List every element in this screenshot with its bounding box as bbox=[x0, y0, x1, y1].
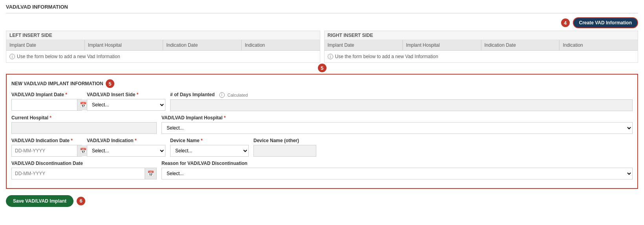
discontinuation-date-cal-icon[interactable]: 📅 bbox=[145, 168, 156, 179]
form-row-3: VAD/LVAD Indication Date * 📅 VAD/LVAD In… bbox=[11, 138, 633, 157]
left-panel-header: LEFT INSERT SIDE bbox=[6, 31, 320, 40]
implant-hospital-group: VAD/LVAD Implant Hospital * Select... bbox=[161, 115, 633, 134]
left-panel-title: LEFT INSERT SIDE bbox=[9, 33, 52, 38]
top-bar: 4 Create VAD Information bbox=[6, 17, 638, 28]
left-col-indication-date: Indication Date bbox=[163, 40, 242, 50]
current-hospital-input: University Health Network - Toronto Gene… bbox=[11, 122, 157, 134]
save-vad-button[interactable]: Save VAD/LVAD Implant bbox=[6, 195, 73, 207]
two-panel: LEFT INSERT SIDE Implant Date Implant Ho… bbox=[6, 31, 638, 63]
right-panel-title: RIGHT INSERT SIDE bbox=[328, 33, 373, 38]
discontinuation-reason-group: Reason for VAD/LVAD Discontinuation Sele… bbox=[161, 161, 633, 179]
left-info-icon: i bbox=[9, 54, 15, 59]
left-col-implant-date: Implant Date bbox=[6, 40, 85, 50]
right-info-row: i Use the form below to add a new Vad In… bbox=[325, 51, 638, 62]
form-badge-5: 5 bbox=[106, 79, 114, 88]
form-section: NEW VAD/LVAD IMPLANT INFORMATION 5 VAD/L… bbox=[6, 74, 638, 189]
indication-date-group: VAD/LVAD Indication Date * 📅 bbox=[11, 138, 82, 157]
implant-date-input[interactable]: 29-01-2022 bbox=[12, 99, 77, 110]
create-btn-area: 4 Create VAD Information bbox=[561, 17, 638, 28]
device-name-label: Device Name * bbox=[170, 138, 249, 143]
discontinuation-date-group: VAD/LVAD Discontinuation Date 📅 bbox=[11, 161, 157, 179]
panels-wrapper: LEFT INSERT SIDE Implant Date Implant Ho… bbox=[6, 31, 638, 72]
insert-side-group: VAD/LVAD Insert Side * Select... Left Ri… bbox=[87, 92, 165, 111]
right-panel: RIGHT INSERT SIDE Implant Date Implant H… bbox=[324, 31, 638, 63]
form-row-1: VAD/LVAD Implant Date * 29-01-2022 📅 VAD… bbox=[11, 92, 633, 111]
right-info-icon: i bbox=[328, 54, 333, 59]
left-info-text: Use the form below to add a new Vad Info… bbox=[17, 54, 120, 59]
discontinuation-date-wrapper[interactable]: 📅 bbox=[11, 168, 157, 179]
right-col-indication: Indication bbox=[560, 40, 638, 50]
page-title: VAD/LVAD INFORMATION bbox=[6, 4, 638, 10]
badge-6: 6 bbox=[77, 197, 85, 205]
implant-date-group: VAD/LVAD Implant Date * 29-01-2022 📅 bbox=[11, 92, 82, 111]
form-row-2: Current Hospital * University Health Net… bbox=[11, 115, 633, 134]
left-col-implant-hospital: Implant Hospital bbox=[85, 40, 163, 50]
badge-3-wrapper: 5 bbox=[6, 64, 638, 72]
days-implanted-label: # of Days Implanted i Calculated bbox=[170, 92, 633, 98]
badge-3: 5 bbox=[318, 64, 327, 72]
form-title: NEW VAD/LVAD IMPLANT INFORMATION 5 bbox=[11, 79, 633, 88]
current-hospital-label: Current Hospital * bbox=[11, 115, 157, 121]
indication-group: VAD/LVAD Indication * Select... bbox=[87, 138, 165, 157]
indication-select[interactable]: Select... bbox=[87, 145, 165, 157]
device-name-other-group: Device Name (other) bbox=[253, 138, 316, 157]
right-col-indication-date: Indication Date bbox=[481, 40, 560, 50]
save-btn-area: Save VAD/LVAD Implant 6 bbox=[6, 193, 638, 209]
page-container: VAD/LVAD INFORMATION 4 Create VAD Inform… bbox=[0, 0, 644, 213]
device-name-other-input[interactable] bbox=[253, 145, 316, 157]
days-implanted-group: # of Days Implanted i Calculated 0 bbox=[170, 92, 633, 111]
right-table-header: Implant Date Implant Hospital Indication… bbox=[325, 40, 638, 51]
days-implanted-input: 0 bbox=[170, 99, 633, 111]
implant-hospital-select[interactable]: Select... bbox=[161, 122, 633, 134]
implant-date-wrapper[interactable]: 29-01-2022 📅 bbox=[11, 99, 82, 111]
title-divider bbox=[6, 13, 638, 13]
discontinuation-date-input[interactable] bbox=[12, 168, 145, 179]
right-info-text: Use the form below to add a new Vad Info… bbox=[335, 54, 439, 59]
left-panel: LEFT INSERT SIDE Implant Date Implant Ho… bbox=[6, 31, 320, 63]
indication-label: VAD/LVAD Indication * bbox=[87, 138, 165, 143]
insert-side-label: VAD/LVAD Insert Side * bbox=[87, 92, 165, 97]
right-col-implant-hospital: Implant Hospital bbox=[403, 40, 481, 50]
insert-side-select[interactable]: Select... Left Right Bilateral bbox=[87, 99, 165, 111]
indication-date-input[interactable] bbox=[12, 145, 77, 156]
device-name-select[interactable]: Select... bbox=[170, 145, 249, 157]
right-panel-header: RIGHT INSERT SIDE bbox=[325, 31, 638, 40]
discontinuation-reason-label: Reason for VAD/LVAD Discontinuation bbox=[161, 161, 633, 166]
left-table-header: Implant Date Implant Hospital Indication… bbox=[6, 40, 320, 51]
indication-date-wrapper[interactable]: 📅 bbox=[11, 145, 82, 157]
discontinuation-date-label: VAD/LVAD Discontinuation Date bbox=[11, 161, 157, 166]
badge-4: 4 bbox=[561, 18, 570, 27]
implant-hospital-label: VAD/LVAD Implant Hospital * bbox=[161, 115, 633, 121]
left-info-row: i Use the form below to add a new Vad In… bbox=[6, 51, 320, 62]
calculated-text: Calculated bbox=[228, 93, 248, 97]
implant-date-label: VAD/LVAD Implant Date * bbox=[11, 92, 82, 97]
device-name-group: Device Name * Select... bbox=[170, 138, 249, 157]
indication-date-label: VAD/LVAD Indication Date * bbox=[11, 138, 82, 143]
discontinuation-reason-select[interactable]: Select... bbox=[161, 168, 633, 179]
device-name-other-label: Device Name (other) bbox=[253, 138, 316, 143]
right-col-implant-date: Implant Date bbox=[325, 40, 403, 50]
current-hospital-group: Current Hospital * University Health Net… bbox=[11, 115, 157, 134]
form-row-4: VAD/LVAD Discontinuation Date 📅 Reason f… bbox=[11, 161, 633, 179]
create-vad-button[interactable]: Create VAD Information bbox=[573, 17, 638, 28]
left-col-indication: Indication bbox=[242, 40, 320, 50]
days-info-icon: i bbox=[219, 92, 225, 98]
